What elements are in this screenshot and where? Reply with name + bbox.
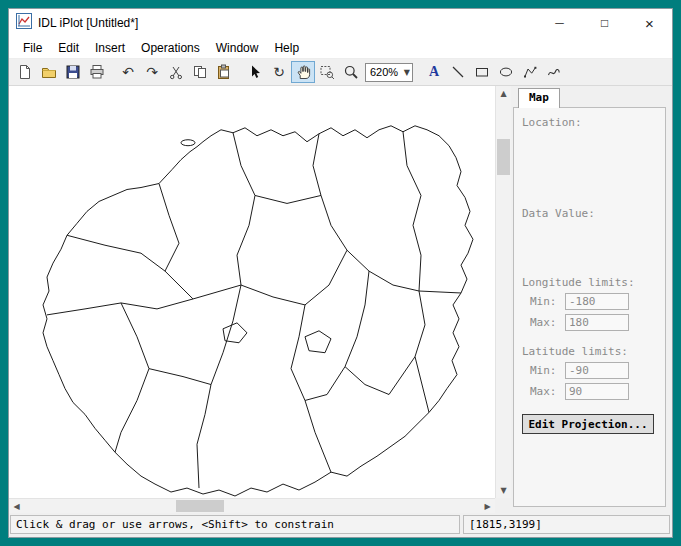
cut-icon [168,64,184,80]
print-button[interactable] [85,61,109,83]
longitude-max-row: Max: [530,314,665,331]
open-icon [41,64,57,80]
scroll-left-icon[interactable]: ◀ [9,499,24,513]
latitude-max-row: Max: [530,383,665,400]
vertical-scroll-thumb[interactable] [497,139,510,175]
lon-min-field[interactable] [565,293,629,310]
menu-file[interactable]: File [15,39,50,57]
desktop-frame: IDL iPlot [Untitled*] ─ □ × File Edit In… [0,0,681,546]
horizontal-scroll-track[interactable] [24,499,480,513]
status-coordinates: [1815,3199] [463,515,670,534]
zoom-box-button[interactable] [315,61,339,83]
close-button[interactable]: × [627,9,672,37]
open-button[interactable] [37,61,61,83]
status-message: Click & drag or use arrows, <Shift> to c… [10,515,460,534]
app-window: IDL iPlot [Untitled*] ─ □ × File Edit In… [8,8,673,538]
rectangle-tool-button[interactable] [470,61,494,83]
plot-canvas[interactable] [9,86,495,498]
window-controls: ─ □ × [537,9,672,37]
toolbar-separator [415,62,422,82]
toolbar: ↶ ↷ ↻ [9,59,672,86]
rotate-icon: ↻ [273,65,285,79]
menu-help[interactable]: Help [266,39,307,57]
undo-button[interactable]: ↶ [116,61,140,83]
scroll-down-icon[interactable]: ▼ [496,483,511,498]
toolbar-separator [236,62,243,82]
menu-insert[interactable]: Insert [87,39,133,57]
pan-hand-button[interactable] [291,61,315,83]
scroll-right-icon[interactable]: ▶ [480,499,495,513]
polygon-tool-button[interactable] [518,61,542,83]
freehand-tool-button[interactable] [542,61,566,83]
vertical-scrollbar[interactable]: ▲ ▼ [495,86,511,498]
window-title: IDL iPlot [Untitled*] [38,16,138,30]
rotate-button[interactable]: ↻ [267,61,291,83]
lat-min-field[interactable] [565,362,629,379]
text-icon: A [429,64,439,80]
undo-icon: ↶ [122,65,134,79]
zoom-dropdown[interactable]: 620% ▼ [365,63,413,82]
map-drawing [9,86,495,498]
status-bar: Click & drag or use arrows, <Shift> to c… [9,513,672,537]
menu-bar: File Edit Insert Operations Window Help [9,37,672,59]
longitude-limits-label: Longitude limits: [522,276,665,289]
horizontal-scrollbar[interactable]: ◀ ▶ [9,498,495,513]
select-arrow-button[interactable] [243,61,267,83]
horizontal-scroll-thumb[interactable] [176,500,224,512]
text-tool-button[interactable]: A [422,61,446,83]
zoom-value: 620% [370,66,398,78]
print-icon [89,64,105,80]
vertical-scroll-track[interactable] [496,101,511,483]
line-tool-button[interactable] [446,61,470,83]
save-icon [65,64,81,80]
maximize-button[interactable]: □ [582,9,627,37]
save-button[interactable] [61,61,85,83]
menu-window[interactable]: Window [208,39,267,57]
magnifier-button[interactable] [339,61,363,83]
paste-icon [216,64,232,80]
rectangle-icon [474,64,490,80]
redo-icon: ↷ [146,65,158,79]
redo-button[interactable]: ↷ [140,61,164,83]
data-value-label: Data Value: [522,207,665,220]
panel-body: Location: Data Value: Longitude limits: … [513,107,666,507]
polygon-icon [522,64,538,80]
copy-icon [192,64,208,80]
minimize-button[interactable]: ─ [537,9,582,37]
cut-button[interactable] [164,61,188,83]
copy-button[interactable] [188,61,212,83]
tab-map[interactable]: Map [518,88,560,108]
ellipse-tool-button[interactable] [494,61,518,83]
scrollbar-corner [495,498,511,513]
toolbar-separator [109,62,116,82]
menu-operations[interactable]: Operations [133,39,208,57]
lon-max-field[interactable] [565,314,629,331]
latitude-min-row: Min: [530,362,665,379]
magnifier-icon [343,64,359,80]
scroll-up-icon[interactable]: ▲ [496,86,511,101]
pan-hand-icon [295,64,311,80]
app-icon [16,13,32,33]
title-bar[interactable]: IDL iPlot [Untitled*] ─ □ × [9,9,672,37]
main-area: ▲ ▼ ◀ ▶ Map [9,86,672,513]
panel-tabs: Map [513,88,666,108]
lon-min-label: Min: [530,295,560,308]
menu-edit[interactable]: Edit [50,39,87,57]
line-icon [450,64,466,80]
lat-min-label: Min: [530,364,560,377]
ellipse-icon [498,64,514,80]
canvas-area: ▲ ▼ ◀ ▶ [9,86,511,513]
lat-max-field[interactable] [565,383,629,400]
location-label: Location: [522,116,665,129]
edit-projection-button[interactable]: Edit Projection... [522,414,654,434]
new-button[interactable] [13,61,37,83]
map-panel: Map Location: Data Value: Longitude limi… [511,86,672,513]
latitude-limits-label: Latitude limits: [522,345,665,358]
paste-button[interactable] [212,61,236,83]
lat-max-label: Max: [530,385,560,398]
new-icon [17,64,33,80]
chevron-down-icon: ▼ [404,68,412,77]
select-arrow-icon [247,64,263,80]
zoom-box-icon [319,64,335,80]
lon-max-label: Max: [530,316,560,329]
